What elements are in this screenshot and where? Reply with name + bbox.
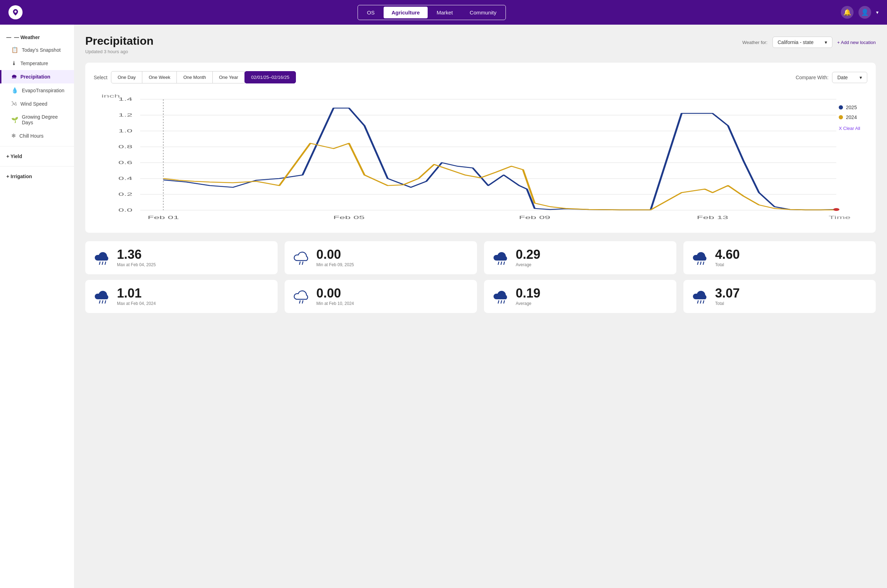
sidebar-weather-header[interactable]: — — Weather <box>0 32 74 43</box>
svg-line-29 <box>302 262 303 265</box>
svg-line-35 <box>703 262 704 265</box>
stat-text-min-2025: 0.00 Min at Feb 09, 2025 <box>316 248 354 267</box>
stat-card-avg-2025: 0.29 Average <box>484 241 677 274</box>
date-btn-one-week[interactable]: One Week <box>142 71 177 84</box>
sidebar: — — Weather 📋 Today's Snapshot 🌡 Tempera… <box>0 25 74 588</box>
weather-section-label: — Weather <box>14 34 40 40</box>
svg-text:1.4: 1.4 <box>118 96 132 102</box>
app-logo[interactable] <box>9 5 23 20</box>
wind-icon: 🌬 <box>11 101 17 107</box>
svg-text:0.2: 0.2 <box>118 192 132 197</box>
compare-with: Compare With: Date ▾ <box>796 72 867 83</box>
sidebar-yield-header[interactable]: + Yield <box>0 150 74 163</box>
page-header: Precipitation Updated 3 hours ago Weathe… <box>85 34 876 54</box>
sidebar-item-chill-hours[interactable]: ❄ Chill Hours <box>0 129 74 142</box>
date-btn-custom-range[interactable]: 02/01/25–02/16/25 <box>245 71 296 84</box>
stat-label-avg-2024: Average <box>516 301 540 306</box>
stat-value-min-2025: 0.00 <box>316 248 354 261</box>
stat-value-avg-2024: 0.19 <box>516 287 540 300</box>
cloud-icon-avg-2024 <box>492 288 510 305</box>
stat-card-max-2024: 1.01 Max at Feb 04, 2024 <box>85 280 278 313</box>
svg-line-40 <box>302 301 303 303</box>
wind-label: Wind Speed <box>20 101 47 106</box>
yield-label: + Yield <box>6 153 22 159</box>
temperature-label: Temperature <box>20 60 48 66</box>
precipitation-icon: 🌧 <box>11 74 17 80</box>
legend-dot-2024 <box>839 115 843 119</box>
chart-card: Select One Day One Week One Month One Ye… <box>85 63 876 233</box>
nav-tab-community[interactable]: Community <box>462 7 504 18</box>
date-selector: Select One Day One Week One Month One Ye… <box>94 71 867 84</box>
date-btn-one-year[interactable]: One Year <box>212 71 245 84</box>
svg-line-42 <box>501 301 502 303</box>
date-btn-one-month[interactable]: One Month <box>176 71 212 84</box>
svg-text:Feb 13: Feb 13 <box>697 215 728 220</box>
precipitation-chart: 0.0 0.2 0.4 0.6 0.8 1.0 1.2 1.4 inch Feb… <box>94 90 867 224</box>
svg-text:1.2: 1.2 <box>118 112 132 118</box>
svg-line-39 <box>299 301 300 303</box>
sidebar-item-growing-degree-days[interactable]: 🌱 Growing Degree Days <box>0 111 74 129</box>
legend-item-2025: 2025 <box>839 105 860 110</box>
svg-line-41 <box>498 301 499 303</box>
nav-tab-market[interactable]: Market <box>429 7 461 18</box>
compare-dropdown[interactable]: Date ▾ <box>832 72 867 83</box>
stat-value-total-2024: 3.07 <box>715 287 740 300</box>
user-menu-chevron[interactable]: ▾ <box>876 9 878 15</box>
svg-line-34 <box>700 262 701 265</box>
svg-line-37 <box>102 301 103 303</box>
location-dropdown[interactable]: California - state ▾ <box>773 37 832 48</box>
stat-label-total-2024: Total <box>715 301 740 306</box>
user-avatar[interactable]: 👤 <box>858 6 871 19</box>
stat-card-total-2025: 4.60 Total <box>683 241 876 274</box>
cloud-icon-min-2025 <box>292 249 311 266</box>
date-btn-one-day[interactable]: One Day <box>111 71 142 84</box>
chart-legend: 2025 2024 X Clear All <box>839 105 860 131</box>
clear-all-button[interactable]: X Clear All <box>839 126 860 131</box>
sidebar-item-temperature[interactable]: 🌡 Temperature <box>0 57 74 70</box>
stat-label-min-2024: Min at Feb 10, 2024 <box>316 301 354 306</box>
select-label: Select <box>94 75 107 80</box>
svg-line-26 <box>102 262 103 265</box>
app-body: — — Weather 📋 Today's Snapshot 🌡 Tempera… <box>0 25 887 588</box>
svg-text:Feb 09: Feb 09 <box>519 215 550 220</box>
stat-card-total-2024: 3.07 Total <box>683 280 876 313</box>
svg-text:0.6: 0.6 <box>118 160 132 165</box>
sidebar-item-wind-speed[interactable]: 🌬 Wind Speed <box>0 97 74 111</box>
cloud-icon-total-2025 <box>691 249 710 266</box>
stat-card-avg-2024: 0.19 Average <box>484 280 677 313</box>
notification-bell[interactable]: 🔔 <box>841 6 854 19</box>
header-right: Weather for: California - state ▾ + Add … <box>742 37 876 48</box>
nav-tab-os[interactable]: OS <box>359 7 383 18</box>
sidebar-divider-2 <box>0 166 74 166</box>
svg-point-0 <box>14 10 17 13</box>
svg-line-33 <box>698 262 698 265</box>
evapotranspiration-label: EvapoTranspiration <box>22 88 65 93</box>
stat-text-avg-2025: 0.29 Average <box>516 248 540 267</box>
compare-label: Compare With: <box>796 75 828 80</box>
stat-card-max-2025: 1.36 Max at Feb 04, 2025 <box>85 241 278 274</box>
nav-tabs: OS Agriculture Market Community <box>358 5 506 20</box>
sidebar-item-todays-snapshot[interactable]: 📋 Today's Snapshot <box>0 43 74 57</box>
cloud-icon-total-2024 <box>691 288 710 305</box>
svg-line-38 <box>105 301 106 303</box>
precipitation-label: Precipitation <box>20 74 50 80</box>
stat-label-max-2025: Max at Feb 04, 2025 <box>117 262 156 267</box>
svg-line-44 <box>698 301 698 303</box>
sidebar-item-precipitation[interactable]: 🌧 Precipitation <box>0 70 74 84</box>
svg-line-31 <box>501 262 502 265</box>
main-content: Precipitation Updated 3 hours ago Weathe… <box>74 25 887 588</box>
stat-text-min-2024: 0.00 Min at Feb 10, 2024 <box>316 287 354 306</box>
add-location-button[interactable]: + Add new location <box>837 40 876 45</box>
stat-value-avg-2025: 0.29 <box>516 248 540 261</box>
compare-chevron-icon: ▾ <box>860 75 862 80</box>
sidebar-item-evapotranspiration[interactable]: 💧 EvapoTranspiration <box>0 84 74 97</box>
stat-label-avg-2025: Average <box>516 262 540 267</box>
page-subtitle: Updated 3 hours ago <box>85 49 153 54</box>
svg-text:0.0: 0.0 <box>118 207 132 213</box>
growing-icon: 🌱 <box>11 117 18 123</box>
sidebar-irrigation-header[interactable]: + Irrigation <box>0 170 74 183</box>
nav-tab-agriculture[interactable]: Agriculture <box>383 7 427 18</box>
compare-value: Date <box>837 75 848 80</box>
stats-grid-2025: 1.36 Max at Feb 04, 2025 0.00 Min at Feb… <box>85 241 876 274</box>
svg-point-24 <box>833 208 839 211</box>
